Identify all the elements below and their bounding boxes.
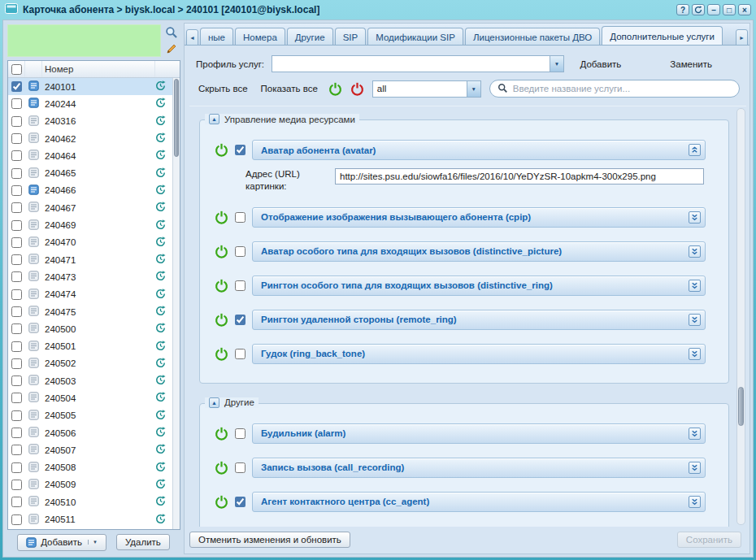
service-enabled-checkbox[interactable] xyxy=(235,212,245,223)
search-icon[interactable] xyxy=(164,25,179,40)
row-checkbox[interactable] xyxy=(11,462,22,473)
expand-service-icon[interactable] xyxy=(689,348,701,360)
table-row[interactable]: 240244 xyxy=(8,95,172,112)
service-power-icon[interactable] xyxy=(215,461,228,475)
history-icon[interactable] xyxy=(155,358,166,370)
field-input[interactable] xyxy=(335,168,704,184)
service-bar[interactable]: Аватар особого типа для входящих вызовов… xyxy=(252,241,706,262)
table-row[interactable]: 240466 xyxy=(8,182,172,199)
table-row[interactable]: 240101 xyxy=(8,78,172,95)
service-power-icon[interactable] xyxy=(215,279,228,293)
service-power-icon[interactable] xyxy=(215,347,228,361)
row-checkbox[interactable] xyxy=(11,445,22,455)
service-bar[interactable]: Аватар абонента (avatar) xyxy=(252,140,706,160)
tabs-scroll-left-icon[interactable]: ◄ xyxy=(186,29,198,46)
cancel-refresh-button[interactable]: Отменить изменения и обновить xyxy=(189,532,350,548)
table-row[interactable]: 240504 xyxy=(8,389,172,406)
history-icon[interactable] xyxy=(155,444,166,456)
table-row[interactable]: 240467 xyxy=(8,199,172,216)
history-icon[interactable] xyxy=(155,496,166,508)
history-icon[interactable] xyxy=(155,306,166,318)
services-filter-select[interactable]: all ▼ xyxy=(372,80,481,98)
service-bar[interactable]: Запись вызова (call_recording) xyxy=(252,458,706,478)
table-row[interactable]: 240501 xyxy=(8,337,172,354)
tab[interactable]: Дополнительные услуги xyxy=(602,26,723,45)
service-enabled-checkbox[interactable] xyxy=(235,462,245,473)
table-row[interactable]: 240474 xyxy=(8,286,172,303)
table-row[interactable]: 240464 xyxy=(8,147,172,164)
tab[interactable]: Номера xyxy=(235,28,285,45)
row-checkbox[interactable] xyxy=(11,376,22,386)
history-icon[interactable] xyxy=(155,323,166,335)
row-checkbox[interactable] xyxy=(11,220,22,231)
collapse-service-icon[interactable] xyxy=(689,144,701,156)
service-power-icon[interactable] xyxy=(215,211,228,224)
service-search-input[interactable] xyxy=(513,84,732,93)
table-row[interactable]: 240506 xyxy=(8,424,172,441)
table-row[interactable]: 240500 xyxy=(8,320,172,337)
table-row[interactable]: 240470 xyxy=(8,234,172,251)
history-icon[interactable] xyxy=(155,132,166,145)
profile-replace-button[interactable]: Заменить xyxy=(665,57,717,72)
service-bar[interactable]: Гудок (ring_back_tone) xyxy=(252,344,706,364)
section-collapse-icon[interactable]: ▲ xyxy=(209,114,219,124)
history-icon[interactable] xyxy=(155,237,166,249)
tab[interactable]: ные xyxy=(200,28,233,45)
row-checkbox[interactable] xyxy=(11,168,22,179)
row-checkbox[interactable] xyxy=(11,514,22,525)
tab[interactable]: Модификации SIP xyxy=(367,28,463,45)
service-power-icon[interactable] xyxy=(215,495,228,509)
hide-all-button[interactable]: Скрыть все xyxy=(196,82,250,95)
history-icon[interactable] xyxy=(155,150,166,162)
row-checkbox[interactable] xyxy=(11,428,22,438)
history-icon[interactable] xyxy=(155,115,166,128)
service-enabled-checkbox[interactable] xyxy=(235,349,245,359)
expand-service-icon[interactable] xyxy=(689,428,701,440)
history-icon[interactable] xyxy=(155,167,166,180)
service-enabled-checkbox[interactable] xyxy=(235,280,245,291)
service-bar[interactable]: Отображение изображения вызывающего абон… xyxy=(252,207,706,228)
row-checkbox[interactable] xyxy=(11,393,22,403)
table-row[interactable]: 240505 xyxy=(8,407,172,424)
row-checkbox[interactable] xyxy=(11,98,22,109)
table-row[interactable]: 240507 xyxy=(8,441,172,458)
table-row[interactable]: 240475 xyxy=(8,303,172,320)
row-checkbox[interactable] xyxy=(11,289,22,300)
delete-subscriber-button[interactable]: Удалить xyxy=(116,534,170,550)
row-checkbox[interactable] xyxy=(11,150,22,161)
services-scrollbar-thumb[interactable] xyxy=(738,387,744,426)
expand-service-icon[interactable] xyxy=(689,462,701,474)
close-button[interactable]: × xyxy=(738,4,751,15)
service-power-icon[interactable] xyxy=(215,245,228,258)
row-checkbox[interactable] xyxy=(11,497,22,507)
add-subscriber-menu-icon[interactable]: ▼ xyxy=(88,540,98,545)
show-all-button[interactable]: Показать все xyxy=(259,82,320,95)
select-all-checkbox[interactable] xyxy=(11,64,22,75)
service-bar[interactable]: Будильник (alarm) xyxy=(252,423,706,444)
history-icon[interactable] xyxy=(155,80,166,93)
service-power-icon[interactable] xyxy=(215,427,228,441)
row-checkbox[interactable] xyxy=(11,133,22,144)
table-row[interactable]: 240502 xyxy=(8,355,172,372)
table-row[interactable]: 240462 xyxy=(8,130,172,147)
history-icon[interactable] xyxy=(155,254,166,266)
add-subscriber-button[interactable]: Добавить ▼ xyxy=(17,534,106,551)
table-row[interactable]: 240473 xyxy=(8,268,172,285)
row-checkbox[interactable] xyxy=(11,81,22,92)
help-button[interactable]: ? xyxy=(676,4,689,15)
tab[interactable]: Лицензионные пакеты ДВО xyxy=(465,28,600,45)
table-row[interactable]: 240511 xyxy=(8,510,172,527)
service-enabled-checkbox[interactable] xyxy=(235,315,245,325)
history-icon[interactable] xyxy=(155,479,166,491)
service-enabled-checkbox[interactable] xyxy=(235,246,245,257)
history-icon[interactable] xyxy=(155,271,166,283)
quick-search-box[interactable] xyxy=(7,24,161,57)
chevron-down-icon[interactable]: ▼ xyxy=(467,81,480,97)
history-icon[interactable] xyxy=(155,219,166,232)
expand-service-icon[interactable] xyxy=(689,211,701,224)
table-row[interactable]: 240503 xyxy=(8,372,172,389)
row-checkbox[interactable] xyxy=(11,410,22,421)
edit-pencil-icon[interactable] xyxy=(164,41,179,56)
table-row[interactable]: 240508 xyxy=(8,459,172,476)
table-row[interactable]: 240510 xyxy=(8,493,172,510)
